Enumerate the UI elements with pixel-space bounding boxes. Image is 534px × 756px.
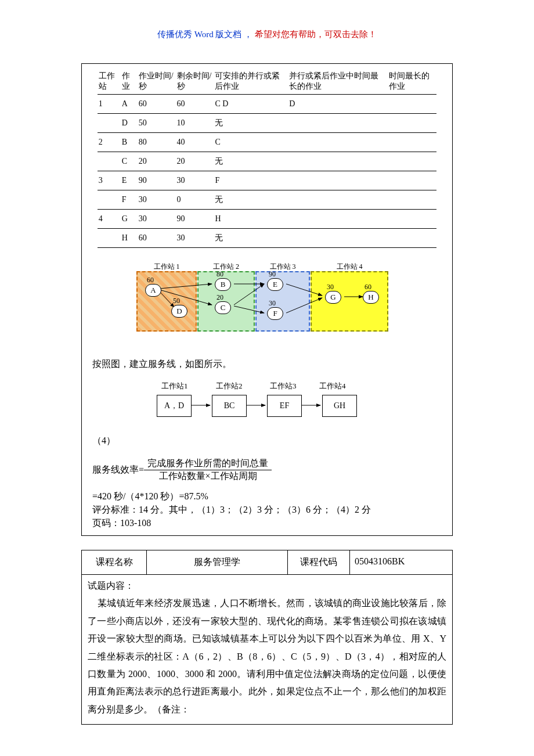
calc-line: =420 秒/（4*120 秒）=87.5% (86, 491, 448, 503)
grading-line: 评分标准：14 分。其中，（1）3；（2）3 分；（3）6 分；（4）2 分 (86, 504, 448, 516)
th-4: 可安排的并行或紧后作业 (214, 69, 288, 95)
svg-line-5 (234, 306, 264, 313)
header-part1: 传播优秀 Word 版文档 ， (157, 30, 252, 39)
th-2: 作业时间/秒 (138, 69, 176, 95)
content-label: 试题内容： (88, 581, 134, 591)
course-name-label: 课程名称 (82, 550, 147, 574)
header-part2: 希望对您有帮助，可双击去除！ (255, 30, 377, 39)
part4-label: （4） (86, 435, 448, 447)
main-box-1-content: 工作站 作业 作业时间/秒 剩余时间/秒 可安排的并行或紧后作业 并行或紧后作业… (82, 64, 452, 535)
table-row: D5010无 (98, 114, 437, 133)
formula-denominator: 工作站数量×工作站周期 (144, 470, 272, 483)
course-header-row: 课程名称 服务管理学 课程代码 05043106BK (82, 550, 452, 575)
svg-line-1 (160, 284, 212, 289)
svg-line-0 (160, 291, 174, 307)
flow-label-4: 工作站4 (319, 381, 346, 391)
flow-label-3: 工作站3 (270, 381, 297, 391)
th-6: 时间最长的作业 (388, 69, 436, 95)
formula-lhs: 服务线效率= (92, 464, 144, 476)
node-D: D (171, 305, 187, 318)
table-row: 3E9030F (98, 171, 437, 190)
th-0: 工作站 (98, 69, 121, 95)
table-row: 1A6060C DD (98, 95, 437, 114)
course-name-value: 服务管理学 (147, 550, 288, 574)
main-box-2: 课程名称 服务管理学 课程代码 05043106BK 试题内容： 某城镇近年来经… (81, 550, 453, 725)
th-5: 并行或紧后作业中时间最长的作业 (288, 69, 388, 95)
course-code-label: 课程代码 (288, 550, 350, 574)
node-E-value: 90 (269, 270, 276, 279)
node-C: C (215, 301, 231, 314)
node-G: G (325, 291, 341, 304)
efficiency-formula: 服务线效率= 完成服务作业所需的时间总量 工作站数量×工作站周期 (86, 458, 448, 483)
page-ref: 页码：103-108 (86, 517, 448, 530)
flow-label-1: 工作站1 (161, 381, 188, 391)
content-paragraph: 某城镇近年来经济发展迅速，人口不断增长。然而，该城镇的商业设施比较落后，除了一些… (88, 598, 446, 714)
node-F-value: 30 (269, 299, 276, 308)
flow-arrows (157, 395, 377, 418)
node-F: F (267, 307, 283, 320)
node-C-value: 20 (217, 293, 223, 302)
table-row: H6030无 (98, 229, 437, 248)
svg-line-2 (160, 290, 212, 305)
question-content: 试题内容： 某城镇近年来经济发展迅速，人口不断增长。然而，该城镇的商业设施比较落… (82, 575, 452, 724)
document-page: 传播优秀 Word 版文档 ， 希望对您有帮助，可双击去除！ 工作站 作业 作业… (0, 0, 534, 754)
node-B: B (215, 278, 231, 291)
svg-line-4 (234, 284, 264, 305)
course-code-value: 05043106BK (350, 550, 452, 574)
table-row: F300无 (98, 190, 437, 210)
service-line-diagram: 工作站1 工作站2 工作站3 工作站4 A，D BC EF GH (157, 381, 377, 424)
table-header-row: 工作站 作业 作业时间/秒 剩余时间/秒 可安排的并行或紧后作业 并行或紧后作业… (98, 69, 437, 95)
formula-fraction: 完成服务作业所需的时间总量 工作站数量×工作站周期 (144, 458, 272, 483)
table-row: C2020无 (98, 152, 437, 171)
th-1: 作业 (121, 69, 138, 95)
table-row: 4G3090H (98, 210, 437, 229)
node-A-value: 60 (147, 276, 154, 285)
diagram-caption: 按照图，建立服务线，如图所示。 (86, 358, 448, 370)
svg-line-7 (286, 298, 322, 313)
node-H: H (363, 291, 379, 304)
main-box-1: 工作站 作业 作业时间/秒 剩余时间/秒 可安排的并行或紧后作业 并行或紧后作业… (81, 63, 453, 536)
node-B-value: 80 (217, 270, 223, 279)
header-watermark: 传播优秀 Word 版文档 ， 希望对您有帮助，可双击去除！ (0, 29, 534, 40)
svg-line-6 (286, 284, 322, 296)
formula-numerator: 完成服务作业所需的时间总量 (144, 458, 272, 470)
node-E: E (267, 278, 283, 291)
th-3: 剩余时间/秒 (176, 69, 214, 95)
node-D-value: 50 (173, 297, 180, 305)
node-G-value: 30 (327, 283, 334, 291)
flow-label-2: 工作站2 (216, 381, 243, 391)
node-H-value: 60 (365, 283, 371, 291)
node-A: A (145, 284, 161, 297)
workstation-table: 工作站 作业 作业时间/秒 剩余时间/秒 可安排的并行或紧后作业 并行或紧后作业… (98, 69, 437, 248)
table-row: 2B8040C (98, 133, 437, 152)
precedence-diagram: 工作站 1 工作站 2 工作站 3 工作站 4 A 60 (136, 260, 398, 335)
